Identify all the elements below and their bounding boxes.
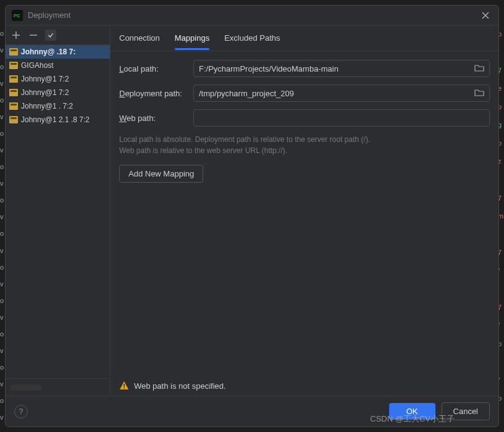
svg-rect-2 [124,384,125,387]
server-item[interactable]: Johnny@ .18 7: [6,45,110,59]
deployment-path-label: Deployment path: [119,89,187,98]
server-list[interactable]: Johnny@ .18 7: GIGAhost Johnny@1 7:2 Joh… [6,45,110,378]
server-sidebar: Johnny@ .18 7: GIGAhost Johnny@1 7:2 Joh… [6,25,111,396]
cancel-button[interactable]: Cancel [442,402,490,420]
remove-server-button[interactable] [28,30,39,41]
add-mapping-button[interactable]: Add New Mapping [119,165,203,183]
svg-text:PC: PC [14,13,20,19]
server-label: Johnny@1 7:2 [21,88,69,97]
close-icon [482,12,489,19]
server-icon [9,62,18,69]
server-item[interactable]: Johnny@1 . 7:2 [6,99,110,113]
server-item[interactable]: Johnny@1 7:2 [6,86,110,99]
hint-line2: Web path is relative to the web server U… [119,145,490,156]
sidebar-footer [6,378,110,396]
server-item[interactable]: Johnny@1 7:2 [6,72,110,86]
deployment-path-value: /tmp/pycharm_project_209 [199,89,294,98]
deployment-path-input[interactable]: /tmp/pycharm_project_209 [193,85,490,102]
warning-text: Web path is not specified. [134,381,226,391]
add-server-button[interactable] [10,30,22,41]
server-icon [9,116,18,123]
deployment-dialog: PC Deployment Johnny@ .18 7: [5,5,499,427]
server-label: Johnny@ .18 7: [21,48,75,56]
web-path-label: Web path: [119,114,187,123]
server-item[interactable]: Johnny@1 2.1 .8 7:2 [6,113,110,127]
server-label: Johnny@1 7:2 [21,75,69,83]
path-hint: Local path is absolute. Deployment path … [119,134,490,156]
server-icon [9,75,18,83]
tab-mappings[interactable]: Mappings [175,27,209,49]
folder-icon [474,89,484,96]
svg-rect-3 [124,388,125,389]
hint-line1: Local path is absolute. Deployment path … [119,134,490,145]
server-label: Johnny@1 . 7:2 [21,102,73,110]
check-icon [48,31,54,39]
warning-icon [119,381,129,391]
help-button[interactable]: ? [14,405,28,418]
dialog-title: Deployment [28,10,70,20]
titlebar: PC Deployment [6,6,498,25]
dialog-body: Johnny@ .18 7: GIGAhost Johnny@1 7:2 Joh… [6,25,498,396]
app-icon: PC [12,10,23,21]
server-label: GIGAhost [21,61,54,70]
close-button[interactable] [479,9,492,22]
sidebar-toolbar [6,25,110,45]
warning-bar: Web path is not specified. [111,376,498,396]
browse-local-button[interactable] [474,64,484,73]
minus-icon [29,31,38,39]
tab-excluded-paths[interactable]: Excluded Paths [224,27,280,49]
sidebar-hint [10,384,41,391]
browse-deployment-button[interactable] [474,89,484,98]
mappings-form: Local path: F:/PycharmProjects/VideoMamb… [111,51,498,376]
server-icon [9,89,18,96]
main-panel: Connection Mappings Excluded Paths Local… [111,25,498,396]
set-default-button[interactable] [45,30,56,41]
web-path-input[interactable] [193,109,490,127]
server-label: Johnny@1 2.1 .8 7:2 [21,115,90,124]
deployment-path-row: Deployment path: /tmp/pycharm_project_20… [119,85,490,102]
folder-icon [474,64,484,72]
local-path-input[interactable]: F:/PycharmProjects/VideoMamba-main [193,60,490,77]
tabs: Connection Mappings Excluded Paths [111,25,498,51]
tab-connection[interactable]: Connection [119,27,160,49]
web-path-row: Web path: [119,109,490,127]
plus-icon [12,31,20,39]
server-icon [9,102,18,110]
local-path-row: Local path: F:/PycharmProjects/VideoMamb… [119,60,490,77]
local-path-label: Local path: [119,64,187,73]
server-icon [9,48,18,56]
server-item[interactable]: GIGAhost [6,59,110,72]
ok-button[interactable]: OK [389,403,435,420]
local-path-value: F:/PycharmProjects/VideoMamba-main [199,64,338,73]
dialog-footer: ? OK Cancel [6,396,498,426]
